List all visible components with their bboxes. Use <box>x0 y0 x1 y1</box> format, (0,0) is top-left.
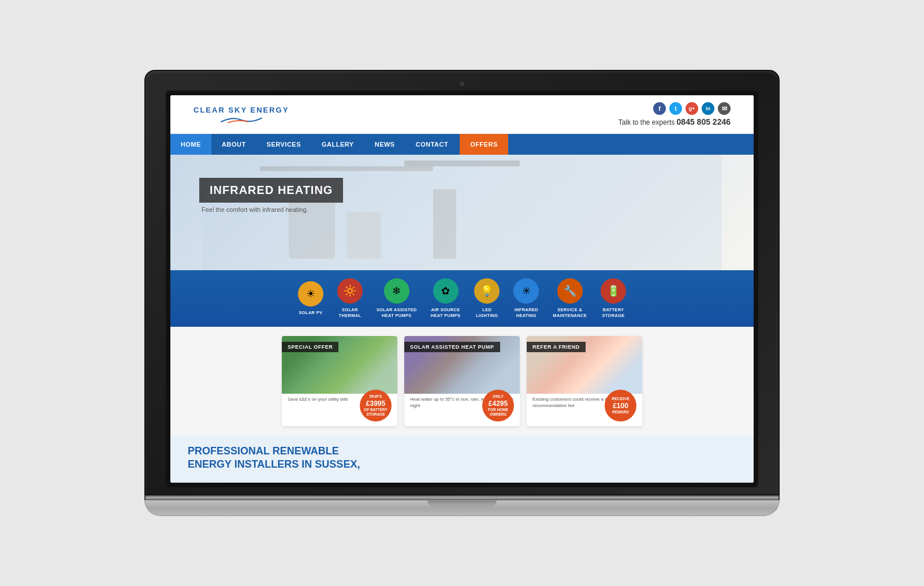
infrared-icon: ✳ <box>513 278 539 304</box>
offer-card-3-image: REFER A FRIEND <box>527 336 642 394</box>
twitter-icon[interactable]: t <box>669 102 682 115</box>
laptop-hinge <box>144 495 780 500</box>
browser-screen: CLEAR SKY ENERGY f t g+ in <box>170 95 754 483</box>
laptop-frame: CLEAR SKY ENERGY f t g+ in <box>144 70 780 516</box>
service-air-source[interactable]: ✿ AIR SOURCEHEAT PUMPS <box>431 278 461 319</box>
screen-bezel: CLEAR SKY ENERGY f t g+ in <box>166 91 758 487</box>
maintenance-icon: 🔧 <box>557 278 583 304</box>
phone-number[interactable]: 0845 805 2246 <box>677 117 731 126</box>
laptop-camera <box>460 81 464 86</box>
services-row: ☀ SOLAR PV 🔆 SOLARTHERMAL ❄ SOLAR ASSIST… <box>170 270 754 327</box>
service-solar-heat-pumps[interactable]: ❄ SOLAR ASSISTEDHEAT PUMPS <box>377 278 417 319</box>
solar-pv-label: SOLAR PV <box>299 310 323 316</box>
solar-thermal-label: SOLARTHERMAL <box>339 307 362 319</box>
battery-icon: 🔋 <box>601 278 626 304</box>
air-source-label: AIR SOURCEHEAT PUMPS <box>431 307 461 319</box>
offer-card-1[interactable]: SPECIAL OFFER Save £££'s on your utility… <box>282 336 397 426</box>
hero-title-box: INFRARED HEATING <box>199 178 343 203</box>
site-nav: HOME ABOUT SERVICES GALLERY NEWS CONTACT… <box>170 134 754 155</box>
offer-card-3[interactable]: REFER A FRIEND Existing customers could … <box>527 336 642 426</box>
air-source-icon: ✿ <box>433 278 459 304</box>
logo-area: CLEAR SKY ENERGY <box>193 106 289 124</box>
battery-label: BATTERYSTORAGE <box>602 307 625 319</box>
offers-section: SPECIAL OFFER Save £££'s on your utility… <box>170 327 754 435</box>
facebook-icon[interactable]: f <box>653 102 666 115</box>
offer-card-2-banner: SOLAR ASSISTED HEAT PUMP <box>404 342 500 352</box>
hero-title: INFRARED HEATING <box>210 184 333 197</box>
logo-swoosh <box>218 115 264 124</box>
hero-subtitle: Feel the comfort with infrared heating. <box>199 206 725 213</box>
site-header: CLEAR SKY ENERGY f t g+ in <box>170 95 754 134</box>
nav-contact[interactable]: CONTACT <box>405 134 459 155</box>
nav-gallery[interactable]: GALLERY <box>311 134 364 155</box>
service-infrared[interactable]: ✳ INFRAREDHEATING <box>513 278 539 319</box>
offer-card-1-image: SPECIAL OFFER <box>282 336 397 394</box>
infrared-label: INFRAREDHEATING <box>515 307 538 319</box>
service-solar-pv[interactable]: ☀ SOLAR PV <box>298 281 323 316</box>
laptop-notch <box>427 501 497 506</box>
solar-pv-icon: ☀ <box>298 281 323 307</box>
offer-card-1-badge: 5KW'S £3995 OF BATTERYSTORAGE <box>360 390 392 421</box>
nav-services[interactable]: SERVICES <box>256 134 311 155</box>
solar-thermal-icon: 🔆 <box>337 278 363 304</box>
maintenance-label: SERVICE &MAINTENANCE <box>553 307 587 319</box>
logo-text: CLEAR SKY ENERGY <box>193 106 289 114</box>
led-label: LEDLIGHTING <box>476 307 498 319</box>
hero-section: INFRARED HEATING Feel the comfort with i… <box>170 155 754 270</box>
hero-content: INFRARED HEATING Feel the comfort with i… <box>170 155 754 236</box>
service-maintenance[interactable]: 🔧 SERVICE &MAINTENANCE <box>553 278 587 319</box>
offer-card-2-image: SOLAR ASSISTED HEAT PUMP <box>404 336 520 394</box>
nav-news[interactable]: NEWS <box>364 134 405 155</box>
phone-label: Talk to the experts 0845 805 2246 <box>619 117 731 126</box>
offer-card-3-banner: REFER A FRIEND <box>527 342 586 352</box>
led-icon: 💡 <box>474 278 500 304</box>
bottom-heading: PROFESSIONAL RENEWABLE ENERGY INSTALLERS… <box>188 445 736 472</box>
laptop-screen-area: CLEAR SKY ENERGY f t g+ in <box>144 70 780 495</box>
nav-offers[interactable]: OFFERS <box>460 134 508 155</box>
service-battery[interactable]: 🔋 BATTERYSTORAGE <box>601 278 626 319</box>
solar-heat-pumps-icon: ❄ <box>384 278 409 304</box>
offer-card-2[interactable]: SOLAR ASSISTED HEAT PUMP Heat water up t… <box>404 336 520 426</box>
website: CLEAR SKY ENERGY f t g+ in <box>170 95 754 483</box>
bottom-section: PROFESSIONAL RENEWABLE ENERGY INSTALLERS… <box>170 435 754 483</box>
social-icons-row: f t g+ in ✉ <box>619 102 731 115</box>
offer-card-1-banner: SPECIAL OFFER <box>282 342 338 352</box>
service-led[interactable]: 💡 LEDLIGHTING <box>474 278 500 319</box>
nav-home[interactable]: HOME <box>170 134 211 155</box>
nav-about[interactable]: ABOUT <box>211 134 256 155</box>
service-solar-thermal[interactable]: 🔆 SOLARTHERMAL <box>337 278 363 319</box>
google-icon[interactable]: g+ <box>685 102 698 115</box>
offer-card-3-badge: RECEIVE £100 REWARD <box>605 390 636 421</box>
laptop-base <box>144 500 780 516</box>
offer-card-2-badge: ONLY £4295 FOR HOMEOWNERS <box>482 390 514 421</box>
linkedin-icon[interactable]: in <box>702 102 714 115</box>
solar-heat-pumps-label: SOLAR ASSISTEDHEAT PUMPS <box>377 307 417 319</box>
header-right: f t g+ in ✉ Talk to the experts 0845 805… <box>619 102 731 126</box>
email-icon[interactable]: ✉ <box>718 102 731 115</box>
